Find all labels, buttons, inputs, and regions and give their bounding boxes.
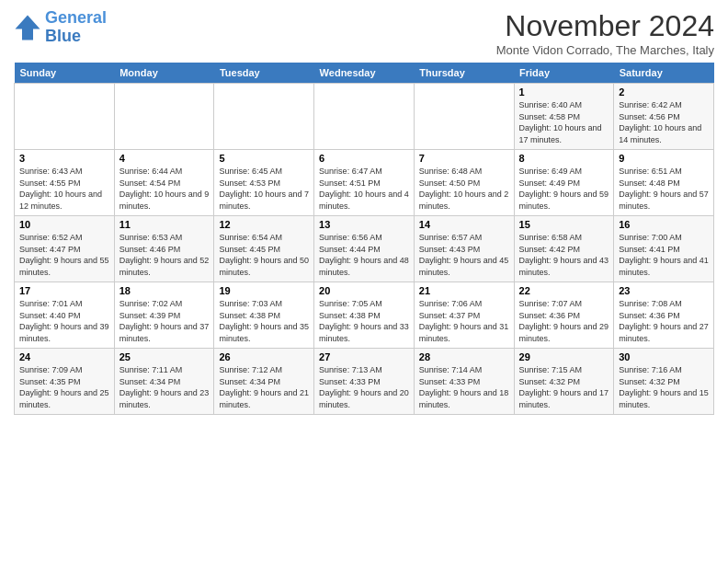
day-detail: Sunrise: 7:00 AM Sunset: 4:41 PM Dayligh…	[619, 232, 709, 278]
calendar-cell: 27Sunrise: 7:13 AM Sunset: 4:33 PM Dayli…	[314, 349, 415, 415]
calendar-week-1: 3Sunrise: 6:43 AM Sunset: 4:55 PM Daylig…	[15, 150, 714, 216]
day-detail: Sunrise: 7:01 AM Sunset: 4:40 PM Dayligh…	[19, 298, 109, 344]
logo-icon	[14, 14, 41, 41]
day-number: 24	[19, 351, 109, 362]
calendar-cell: 4Sunrise: 6:44 AM Sunset: 4:54 PM Daylig…	[114, 150, 214, 216]
calendar-cell: 8Sunrise: 6:49 AM Sunset: 4:49 PM Daylig…	[514, 150, 614, 216]
day-detail: Sunrise: 6:40 AM Sunset: 4:58 PM Dayligh…	[519, 99, 609, 145]
day-detail: Sunrise: 7:05 AM Sunset: 4:38 PM Dayligh…	[319, 298, 409, 344]
day-number: 19	[219, 285, 309, 296]
header-friday: Friday	[514, 63, 614, 84]
day-detail: Sunrise: 6:45 AM Sunset: 4:53 PM Dayligh…	[219, 166, 309, 212]
day-number: 1	[519, 86, 609, 98]
day-detail: Sunrise: 6:49 AM Sunset: 4:49 PM Dayligh…	[519, 166, 609, 212]
day-number: 2	[619, 86, 709, 98]
title-area: November 2024 Monte Vidon Corrado, The M…	[496, 9, 714, 57]
day-number: 7	[419, 153, 509, 164]
day-number: 25	[119, 351, 210, 362]
calendar-cell: 24Sunrise: 7:09 AM Sunset: 4:35 PM Dayli…	[15, 349, 115, 415]
calendar-body: 1Sunrise: 6:40 AM Sunset: 4:58 PM Daylig…	[15, 84, 714, 415]
day-detail: Sunrise: 7:08 AM Sunset: 4:36 PM Dayligh…	[619, 298, 709, 344]
logo-line2: Blue	[45, 27, 81, 45]
day-number: 26	[219, 351, 309, 362]
day-detail: Sunrise: 6:44 AM Sunset: 4:54 PM Dayligh…	[119, 166, 210, 212]
day-detail: Sunrise: 6:53 AM Sunset: 4:46 PM Dayligh…	[119, 232, 210, 278]
day-number: 15	[519, 219, 609, 230]
day-number: 17	[19, 285, 109, 296]
calendar-cell: 6Sunrise: 6:47 AM Sunset: 4:51 PM Daylig…	[314, 150, 415, 216]
calendar-cell: 9Sunrise: 6:51 AM Sunset: 4:48 PM Daylig…	[614, 150, 714, 216]
header-saturday: Saturday	[614, 63, 714, 84]
header-sunday: Sunday	[15, 63, 115, 84]
calendar-cell: 29Sunrise: 7:15 AM Sunset: 4:32 PM Dayli…	[514, 349, 614, 415]
calendar-table: Sunday Monday Tuesday Wednesday Thursday…	[14, 63, 714, 415]
calendar-cell	[314, 84, 415, 150]
day-detail: Sunrise: 6:58 AM Sunset: 4:42 PM Dayligh…	[519, 232, 609, 278]
day-number: 30	[619, 351, 709, 362]
day-detail: Sunrise: 7:03 AM Sunset: 4:38 PM Dayligh…	[219, 298, 309, 344]
day-number: 5	[219, 153, 309, 164]
day-detail: Sunrise: 6:48 AM Sunset: 4:50 PM Dayligh…	[419, 166, 509, 212]
day-number: 8	[519, 153, 609, 164]
day-number: 14	[419, 219, 509, 230]
day-number: 27	[319, 351, 409, 362]
calendar-cell: 19Sunrise: 7:03 AM Sunset: 4:38 PM Dayli…	[214, 282, 314, 349]
logo-text: General Blue	[45, 9, 107, 46]
day-number: 23	[619, 285, 709, 296]
day-number: 12	[219, 219, 309, 230]
logo-line1: General	[45, 8, 107, 27]
calendar-cell	[114, 84, 214, 150]
day-number: 29	[519, 351, 609, 362]
header: General Blue November 2024 Monte Vidon C…	[14, 9, 714, 57]
day-number: 9	[619, 153, 709, 164]
day-number: 21	[419, 285, 509, 296]
day-number: 20	[319, 285, 409, 296]
day-detail: Sunrise: 6:54 AM Sunset: 4:45 PM Dayligh…	[219, 232, 309, 278]
day-detail: Sunrise: 7:15 AM Sunset: 4:32 PM Dayligh…	[519, 364, 609, 410]
calendar-week-4: 24Sunrise: 7:09 AM Sunset: 4:35 PM Dayli…	[15, 349, 714, 415]
calendar-cell: 13Sunrise: 6:56 AM Sunset: 4:44 PM Dayli…	[314, 216, 415, 282]
calendar-cell: 18Sunrise: 7:02 AM Sunset: 4:39 PM Dayli…	[114, 282, 214, 349]
calendar-cell: 14Sunrise: 6:57 AM Sunset: 4:43 PM Dayli…	[414, 216, 514, 282]
day-detail: Sunrise: 6:43 AM Sunset: 4:55 PM Dayligh…	[19, 166, 109, 212]
day-number: 6	[319, 153, 409, 164]
day-number: 28	[419, 351, 509, 362]
day-number: 11	[119, 219, 210, 230]
day-detail: Sunrise: 6:52 AM Sunset: 4:47 PM Dayligh…	[19, 232, 109, 278]
calendar-cell: 2Sunrise: 6:42 AM Sunset: 4:56 PM Daylig…	[614, 84, 714, 150]
day-detail: Sunrise: 7:11 AM Sunset: 4:34 PM Dayligh…	[119, 364, 210, 410]
header-thursday: Thursday	[414, 63, 514, 84]
day-number: 10	[19, 219, 109, 230]
calendar-cell: 30Sunrise: 7:16 AM Sunset: 4:32 PM Dayli…	[614, 349, 714, 415]
header-wednesday: Wednesday	[314, 63, 415, 84]
header-tuesday: Tuesday	[214, 63, 314, 84]
day-detail: Sunrise: 7:14 AM Sunset: 4:33 PM Dayligh…	[419, 364, 509, 410]
month-title: November 2024	[496, 9, 714, 43]
calendar-cell: 25Sunrise: 7:11 AM Sunset: 4:34 PM Dayli…	[114, 349, 214, 415]
day-detail: Sunrise: 7:16 AM Sunset: 4:32 PM Dayligh…	[619, 364, 709, 410]
calendar-cell: 26Sunrise: 7:12 AM Sunset: 4:34 PM Dayli…	[214, 349, 314, 415]
calendar-cell: 10Sunrise: 6:52 AM Sunset: 4:47 PM Dayli…	[15, 216, 115, 282]
header-row: Sunday Monday Tuesday Wednesday Thursday…	[15, 63, 714, 84]
calendar-cell: 12Sunrise: 6:54 AM Sunset: 4:45 PM Dayli…	[214, 216, 314, 282]
day-detail: Sunrise: 6:56 AM Sunset: 4:44 PM Dayligh…	[319, 232, 409, 278]
day-detail: Sunrise: 7:06 AM Sunset: 4:37 PM Dayligh…	[419, 298, 509, 344]
calendar-cell	[414, 84, 514, 150]
calendar-cell	[214, 84, 314, 150]
calendar-cell: 15Sunrise: 6:58 AM Sunset: 4:42 PM Dayli…	[514, 216, 614, 282]
page: General Blue November 2024 Monte Vidon C…	[0, 0, 728, 563]
calendar-cell: 7Sunrise: 6:48 AM Sunset: 4:50 PM Daylig…	[414, 150, 514, 216]
calendar-cell: 3Sunrise: 6:43 AM Sunset: 4:55 PM Daylig…	[15, 150, 115, 216]
calendar-cell: 1Sunrise: 6:40 AM Sunset: 4:58 PM Daylig…	[514, 84, 614, 150]
calendar-cell: 28Sunrise: 7:14 AM Sunset: 4:33 PM Dayli…	[414, 349, 514, 415]
calendar-cell: 5Sunrise: 6:45 AM Sunset: 4:53 PM Daylig…	[214, 150, 314, 216]
calendar-header: Sunday Monday Tuesday Wednesday Thursday…	[15, 63, 714, 84]
header-monday: Monday	[114, 63, 214, 84]
day-number: 4	[119, 153, 210, 164]
day-detail: Sunrise: 7:02 AM Sunset: 4:39 PM Dayligh…	[119, 298, 210, 344]
day-detail: Sunrise: 7:07 AM Sunset: 4:36 PM Dayligh…	[519, 298, 609, 344]
calendar-cell: 21Sunrise: 7:06 AM Sunset: 4:37 PM Dayli…	[414, 282, 514, 349]
day-detail: Sunrise: 6:51 AM Sunset: 4:48 PM Dayligh…	[619, 166, 709, 212]
calendar-week-3: 17Sunrise: 7:01 AM Sunset: 4:40 PM Dayli…	[15, 282, 714, 349]
calendar-week-2: 10Sunrise: 6:52 AM Sunset: 4:47 PM Dayli…	[15, 216, 714, 282]
